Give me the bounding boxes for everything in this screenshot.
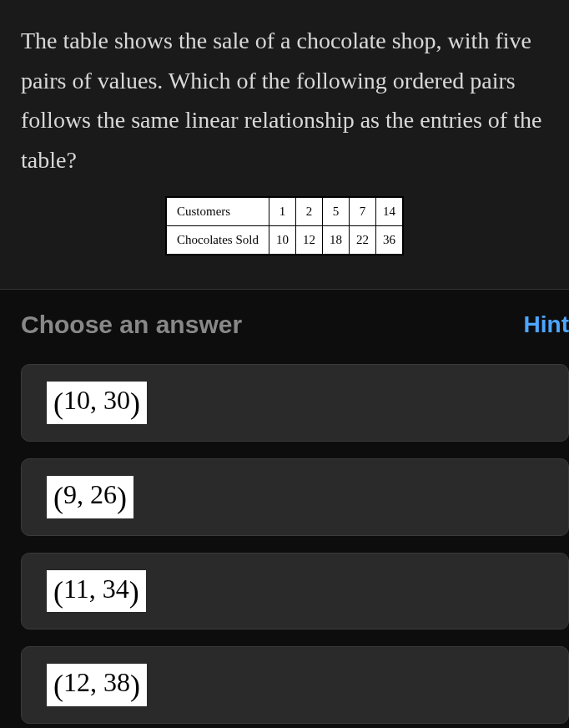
answer-section: Choose an answer Hint (10, 30) (9, 26) (… [0,289,569,728]
ordered-pair: (11, 34) [47,570,146,613]
pair-text: 9, 26 [63,479,117,509]
ordered-pair: (12, 38) [47,664,147,706]
chocolates-value: 10 [269,226,295,255]
chocolates-value: 22 [349,226,375,255]
answer-option-b[interactable]: (9, 26) [21,458,569,536]
question-section: The table shows the sale of a chocolate … [0,0,569,289]
pair-text: 11, 34 [63,574,129,604]
customers-label: Customers [166,197,269,226]
customers-value: 14 [375,197,403,226]
chocolates-value: 18 [322,226,349,255]
table-row: Chocolates Sold 10 12 18 22 36 [166,226,403,255]
pair-text: 10, 30 [63,385,130,415]
answer-option-a[interactable]: (10, 30) [21,364,569,442]
answer-header: Choose an answer Hint [21,311,569,339]
customers-value: 7 [349,197,375,226]
customers-value: 2 [295,197,322,226]
answer-option-c[interactable]: (11, 34) [21,553,569,630]
hint-link[interactable]: Hint [524,311,569,338]
answer-option-d[interactable]: (12, 38) [21,646,569,724]
question-text: The table shows the sale of a chocolate … [21,21,548,179]
ordered-pair: (9, 26) [47,476,133,518]
table-container: Customers 1 2 5 7 14 Chocolates Sold 10 … [21,196,548,255]
pair-text: 12, 38 [63,667,130,697]
choose-answer-label: Choose an answer [21,311,242,339]
chocolates-value: 36 [375,226,403,255]
customers-value: 5 [322,197,349,226]
chocolates-label: Chocolates Sold [166,226,269,255]
customers-value: 1 [269,197,295,226]
data-table: Customers 1 2 5 7 14 Chocolates Sold 10 … [165,196,404,255]
chocolates-value: 12 [295,226,322,255]
table-row: Customers 1 2 5 7 14 [166,197,403,226]
ordered-pair: (10, 30) [47,382,147,424]
